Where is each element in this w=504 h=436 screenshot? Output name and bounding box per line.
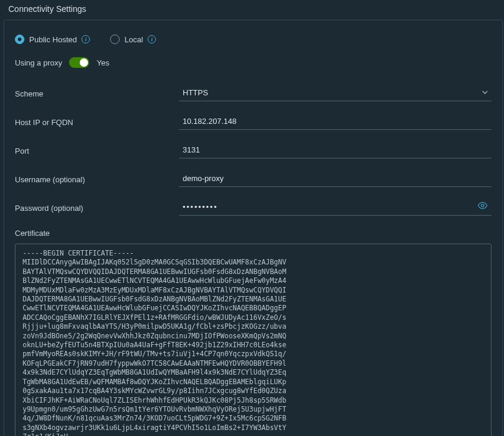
toggle-knob-icon	[80, 58, 88, 67]
connection-public-hosted-radio[interactable]: Public Hosted i	[15, 35, 90, 44]
username-input[interactable]	[179, 172, 492, 187]
connection-local-radio[interactable]: Local i	[110, 35, 156, 44]
proxy-toggle[interactable]	[69, 57, 89, 68]
scheme-label: Scheme	[15, 89, 179, 98]
info-icon[interactable]: i	[82, 35, 90, 43]
radio-label: Local	[124, 35, 143, 44]
proxy-toggle-row: Using a proxy Yes	[15, 57, 492, 68]
info-icon[interactable]: i	[148, 35, 156, 43]
proxy-state-label: Yes	[96, 58, 109, 67]
scheme-select[interactable]: HTTPS	[179, 86, 492, 101]
eye-icon[interactable]	[477, 201, 488, 211]
svg-point-0	[481, 204, 484, 207]
host-input[interactable]	[179, 114, 492, 130]
username-label: Username (optional)	[15, 175, 179, 184]
port-input[interactable]	[179, 143, 492, 158]
radio-label: Public Hosted	[29, 35, 77, 44]
proxy-label: Using a proxy	[15, 58, 62, 67]
certificate-label: Certificate	[15, 229, 492, 238]
radio-selected-icon	[15, 35, 24, 44]
settings-panel: Public Hosted i Local i Using a proxy Ye…	[4, 20, 503, 436]
password-input[interactable]: •••••••••	[179, 200, 492, 216]
radio-unselected-icon	[110, 35, 120, 44]
page-title: Connectivity Settings	[0, 0, 504, 20]
password-label: Password (optional)	[15, 204, 179, 213]
certificate-textarea[interactable]	[15, 244, 492, 436]
host-label: Host IP or FQDN	[15, 118, 179, 127]
port-label: Port	[15, 147, 179, 155]
connection-type-group: Public Hosted i Local i	[15, 35, 492, 44]
